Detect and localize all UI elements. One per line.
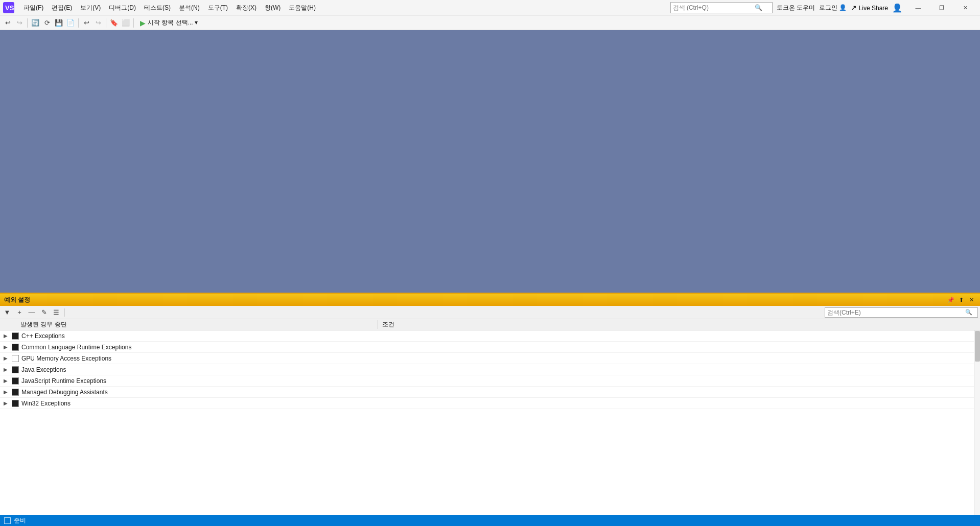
- panel-header: 예외 설정 📌 ⬆ ✕: [0, 294, 980, 306]
- vs-logo: VS: [3, 2, 14, 13]
- exception-checkbox-gpu[interactable]: [12, 355, 19, 362]
- live-share-icon: ↗: [851, 4, 857, 12]
- exception-name: C++ Exceptions: [21, 332, 65, 340]
- exception-search-icon[interactable]: 🔍: [965, 309, 972, 316]
- list-item[interactable]: ▶ Win32 Exceptions: [0, 398, 980, 409]
- exception-checkbox-clr[interactable]: [12, 344, 19, 351]
- exception-name: Managed Debugging Assistants: [21, 389, 108, 396]
- exception-name: GPU Memory Access Exceptions: [21, 355, 111, 362]
- panel-close-button[interactable]: ✕: [967, 295, 976, 304]
- global-search-box[interactable]: 🔍: [670, 2, 773, 13]
- menu-view[interactable]: 보기(V): [76, 2, 105, 14]
- expand-icon: ▶: [2, 378, 9, 384]
- exception-name: Win32 Exceptions: [21, 400, 71, 407]
- panel-toolbar: ▼ + — ✎ ☰ 🔍: [0, 306, 980, 319]
- edit-exception-button[interactable]: ✎: [39, 307, 49, 318]
- menu-file[interactable]: 파일(F): [19, 2, 48, 14]
- toolbar-refresh-btn[interactable]: 🔄: [30, 17, 41, 29]
- run-label: 시작 항목 선택... ▾: [148, 18, 198, 27]
- filter-button[interactable]: ▼: [2, 307, 12, 318]
- expand-icon: ▶: [2, 355, 9, 361]
- toolbar-sep-1: [27, 18, 28, 28]
- remove-exception-button[interactable]: —: [27, 307, 37, 318]
- exception-name: Java Exceptions: [21, 366, 66, 373]
- search-input[interactable]: [673, 4, 755, 11]
- toolbar-back-btn[interactable]: ↩: [2, 17, 13, 29]
- list-item[interactable]: ▶ C++ Exceptions: [0, 330, 980, 342]
- menu-edit[interactable]: 편집(E): [48, 2, 76, 14]
- toolbar-undo-btn[interactable]: ↩: [81, 17, 92, 29]
- menu-bar: 파일(F) 편집(E) 보기(V) 디버그(D) 테스트(S) 분석(N) 도구…: [19, 2, 320, 14]
- play-icon: ▶: [140, 19, 146, 27]
- col-condition-header: 조건: [378, 320, 980, 329]
- menu-analyze[interactable]: 분석(N): [175, 2, 204, 14]
- exception-name: Common Language Runtime Exceptions: [21, 344, 131, 351]
- toolbar-refresh2-btn[interactable]: ⟳: [41, 17, 53, 29]
- title-menu-row: VS 파일(F) 편집(E) 보기(V) 디버그(D) 테스트(S) 분석(N)…: [0, 0, 980, 15]
- toolbar-sep-2: [78, 18, 79, 28]
- toolbar-forward-btn[interactable]: ↪: [14, 17, 25, 29]
- toolbar-rect-btn[interactable]: ⬜: [120, 17, 131, 29]
- panel-title: 예외 설정: [4, 296, 946, 304]
- restore-defaults-button[interactable]: ☰: [51, 307, 61, 318]
- exception-checkbox-win32[interactable]: [12, 400, 19, 407]
- list-item[interactable]: ▶ JavaScript Runtime Exceptions: [0, 375, 980, 387]
- header-area: VS 파일(F) 편집(E) 보기(V) 디버그(D) 테스트(S) 분석(N)…: [0, 0, 980, 30]
- menu-help[interactable]: 도움말(H): [285, 2, 320, 14]
- status-checkbox[interactable]: [4, 517, 11, 524]
- restore-button[interactable]: ❐: [930, 0, 953, 15]
- header-right-items: 🔍 토크온 도우미 로그인 👤 ↗ Live Share 👤: [670, 2, 902, 13]
- scrollbar-thumb[interactable]: [975, 331, 980, 362]
- exception-list: ▶ C++ Exceptions ▶ Common Language Runti…: [0, 330, 980, 515]
- toolbar-sep-3: [106, 18, 106, 28]
- expand-icon: ▶: [2, 389, 9, 395]
- menu-test[interactable]: 테스트(S): [140, 2, 175, 14]
- search-icon[interactable]: 🔍: [755, 4, 762, 11]
- expand-icon: ▶: [2, 333, 9, 339]
- run-start-button[interactable]: ▶ 시작 항목 선택... ▾: [136, 17, 202, 28]
- toolbar-row: ↩ ↪ 🔄 ⟳ 💾 📄 ↩ ↪ 🔖 ⬜ ▶ 시작 항목 선택... ▾: [0, 15, 980, 30]
- exception-checkbox-java[interactable]: [12, 366, 19, 373]
- menu-debug[interactable]: 디버그(D): [105, 2, 140, 14]
- login-button[interactable]: 로그인 👤: [819, 4, 847, 12]
- live-share-button[interactable]: ↗ Live Share: [851, 4, 888, 12]
- expand-icon: ▶: [2, 344, 9, 350]
- exception-checkbox-cpp[interactable]: [12, 332, 19, 340]
- exception-checkbox-mda[interactable]: [12, 389, 19, 396]
- list-item[interactable]: ▶ Common Language Runtime Exceptions: [0, 342, 980, 353]
- svg-text:VS: VS: [5, 4, 14, 12]
- list-item[interactable]: ▶ Java Exceptions: [0, 364, 980, 375]
- panel-pin-button[interactable]: 📌: [946, 295, 955, 304]
- expand-icon: ▶: [2, 400, 9, 406]
- exception-settings-panel: 예외 설정 📌 ⬆ ✕ ▼ + — ✎ ☰ 🔍 발생된 경우 중단 조건 ▶ C…: [0, 293, 980, 515]
- close-button[interactable]: ✕: [953, 0, 977, 15]
- panel-maximize-button[interactable]: ⬆: [956, 295, 966, 304]
- toolbar-redo-btn[interactable]: ↪: [92, 17, 104, 29]
- exception-search-input[interactable]: [827, 309, 965, 316]
- token-helper-button[interactable]: 토크온 도우미: [777, 4, 815, 12]
- add-exception-button[interactable]: +: [14, 307, 25, 318]
- exception-checkbox-js[interactable]: [12, 377, 19, 385]
- live-share-label: Live Share: [859, 5, 888, 12]
- minimize-button[interactable]: —: [906, 0, 930, 15]
- main-content-area: [0, 30, 980, 293]
- toolbar-sep-4: [133, 18, 134, 28]
- menu-tools[interactable]: 도구(T): [204, 2, 232, 14]
- list-item[interactable]: ▶ Managed Debugging Assistants: [0, 387, 980, 398]
- toolbar-save-btn[interactable]: 💾: [53, 17, 64, 29]
- account-icon[interactable]: 👤: [892, 3, 902, 13]
- status-bar: 준비: [0, 515, 980, 526]
- list-item[interactable]: ▶ GPU Memory Access Exceptions: [0, 353, 980, 364]
- toolbar-bookmark-btn[interactable]: 🔖: [108, 17, 120, 29]
- menu-extensions[interactable]: 확장(X): [232, 2, 261, 14]
- exception-search-box[interactable]: 🔍: [825, 307, 978, 318]
- person-icon: 👤: [839, 4, 847, 11]
- panel-tb-separator: [64, 308, 65, 317]
- toolbar-save2-btn[interactable]: 📄: [65, 17, 76, 29]
- exception-name: JavaScript Runtime Exceptions: [21, 377, 106, 385]
- expand-icon: ▶: [2, 367, 9, 372]
- menu-window[interactable]: 창(W): [261, 2, 285, 14]
- scrollbar-track[interactable]: [974, 330, 980, 515]
- window-controls: — ❐ ✕: [906, 0, 977, 15]
- exception-table-header: 발생된 경우 중단 조건: [0, 319, 980, 330]
